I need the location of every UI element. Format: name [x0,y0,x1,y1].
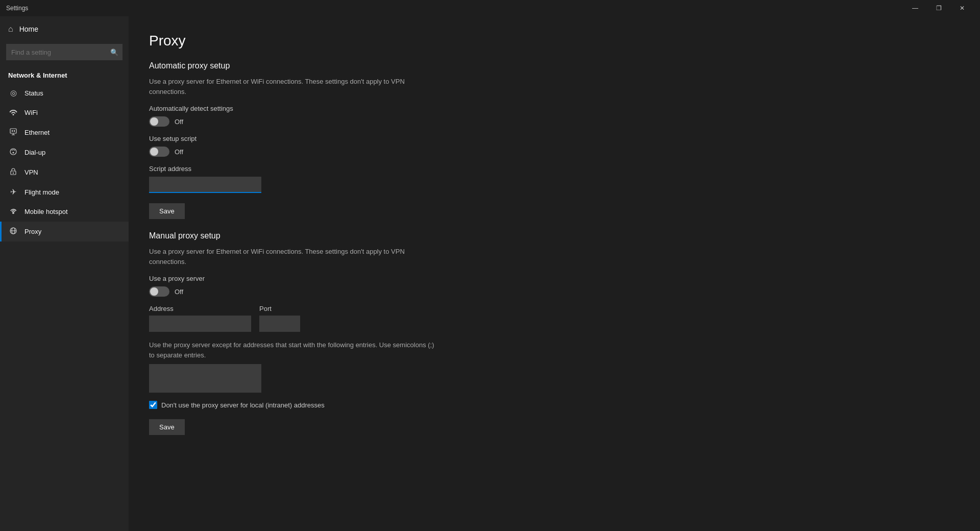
setup-script-label: Use setup script [149,135,960,142]
auto-detect-toggle-row: Off [149,116,960,127]
script-address-setting: Script address [149,165,960,193]
port-group: Port [259,305,300,332]
auto-detect-knob [150,117,158,126]
auto-detect-state: Off [175,118,183,126]
sidebar-item-dialup[interactable]: Dial-up [0,142,129,162]
setup-script-state: Off [175,148,183,156]
sidebar-item-flight-mode[interactable]: ✈ Flight mode [0,182,129,202]
manual-section-desc: Use a proxy server for Ethernet or WiFi … [149,247,435,267]
use-proxy-label: Use a proxy server [149,275,960,282]
page-title: Proxy [149,33,960,49]
search-container: 🔍 [6,44,122,60]
use-proxy-state: Off [175,288,183,296]
manual-save-button[interactable]: Save [149,419,185,435]
sidebar-item-vpn-label: VPN [24,168,38,176]
app-title: Settings [6,5,903,12]
auto-section-title: Automatic proxy setup [149,61,960,70]
script-address-input[interactable] [149,177,261,193]
svg-rect-2 [14,130,15,132]
sidebar-item-status[interactable]: ◎ Status [0,83,129,103]
sidebar-item-ethernet-label: Ethernet [24,129,50,136]
svg-point-6 [13,152,14,154]
svg-rect-0 [10,129,16,133]
sidebar-item-mobile-hotspot[interactable]: Mobile hotspot [0,202,129,222]
search-icon: 🔍 [110,49,118,56]
port-label: Port [259,305,300,312]
sidebar-item-proxy-label: Proxy [24,228,41,235]
sidebar-item-dialup-label: Dial-up [24,149,45,156]
home-icon: ⌂ [8,25,13,34]
setup-script-toggle-row: Off [149,147,960,157]
use-proxy-toggle[interactable] [149,286,169,297]
sidebar-item-mobile-hotspot-label: Mobile hotspot [24,208,68,215]
restore-button[interactable]: ❐ [927,0,950,16]
app-body: ⌂ Home 🔍 Network & Internet ◎ Status WiF… [0,16,980,531]
auto-detect-toggle[interactable] [149,116,169,127]
titlebar: Settings — ❐ ✕ [0,0,980,16]
svg-rect-1 [12,130,13,132]
manual-section-title: Manual proxy setup [149,231,960,240]
exceptions-desc: Use the proxy server except for addresse… [149,340,435,360]
setup-script-toggle[interactable] [149,147,169,157]
sidebar-item-wifi[interactable]: WiFi [0,103,129,123]
port-input[interactable] [259,316,300,332]
sidebar: ⌂ Home 🔍 Network & Internet ◎ Status WiF… [0,16,129,531]
sidebar-item-ethernet[interactable]: Ethernet [0,123,129,142]
script-address-label: Script address [149,165,960,173]
addr-port-row: Address Port [149,305,960,332]
setup-script-setting: Use setup script Off [149,135,960,157]
use-proxy-toggle-row: Off [149,286,960,297]
dialup-icon [8,148,18,157]
use-proxy-setting: Use a proxy server Off [149,275,960,297]
vpn-icon [8,167,18,177]
search-input[interactable] [6,44,122,60]
auto-detect-label: Automatically detect settings [149,105,960,112]
close-button[interactable]: ✕ [950,0,974,16]
address-label: Address [149,305,251,312]
sidebar-item-vpn[interactable]: VPN [0,162,129,182]
sidebar-section-title: Network & Internet [0,66,129,83]
address-group: Address [149,305,251,332]
mobile-hotspot-icon [8,207,18,216]
sidebar-item-flight-mode-label: Flight mode [24,188,59,196]
home-label: Home [19,25,38,33]
auto-detect-setting: Automatically detect settings Off [149,105,960,127]
auto-section-desc: Use a proxy server for Ethernet or WiFi … [149,77,435,96]
sidebar-item-status-label: Status [24,89,43,97]
proxy-icon [8,227,18,236]
sidebar-item-home[interactable]: ⌂ Home [0,16,129,42]
local-checkbox-label[interactable]: Don't use the proxy server for local (in… [161,401,325,409]
address-input[interactable] [149,316,251,332]
local-checkbox-row: Don't use the proxy server for local (in… [149,401,960,409]
window-controls: — ❐ ✕ [903,0,974,16]
svg-point-8 [13,173,14,174]
exceptions-textarea[interactable] [149,364,261,393]
ethernet-icon [8,128,18,137]
local-checkbox[interactable] [149,401,157,409]
flight-mode-icon: ✈ [8,187,18,197]
use-proxy-knob [150,287,158,296]
status-icon: ◎ [8,88,18,98]
sidebar-item-wifi-label: WiFi [24,109,38,116]
minimize-button[interactable]: — [903,0,927,16]
setup-script-knob [150,148,158,156]
wifi-icon [8,108,18,117]
main-content: Proxy Automatic proxy setup Use a proxy … [129,16,980,531]
sidebar-item-proxy[interactable]: Proxy [0,222,129,242]
auto-save-button[interactable]: Save [149,203,185,219]
